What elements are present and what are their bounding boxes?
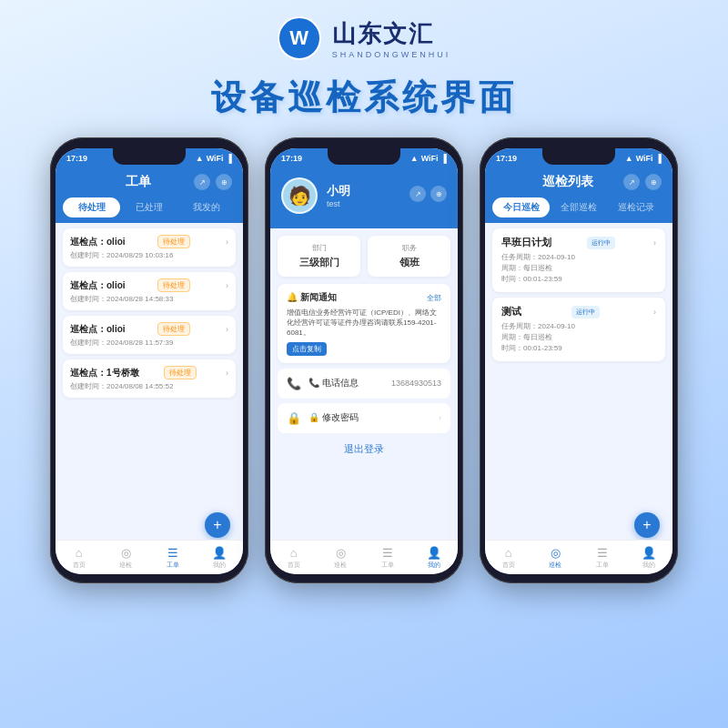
tab-processed[interactable]: 已处理 [120,197,177,217]
nav-home-3[interactable]: ⌂ 首页 [485,546,532,570]
change-password-item[interactable]: 🔒 🔒 修改密码 › [278,403,450,433]
notif-header: 🔔 新闻通知 全部 [287,291,441,304]
arrow-0: › [226,238,228,247]
patrol-icon-3: ◎ [551,546,561,560]
phone-number: 13684930513 [391,379,441,388]
item-time-2: 创建时间：2024/08/28 11:57:39 [70,338,228,348]
status-time-3: 17:19 [496,154,517,163]
badge-2: 待处理 [157,322,190,336]
nav-home-2[interactable]: ⌂ 首页 [270,546,318,570]
dept-value: 三级部门 [285,256,353,269]
nav-workorder-2[interactable]: ☰ 工单 [364,546,411,570]
send-icon[interactable]: ↗ [194,174,210,190]
item-title-2: 巡检点：olioi [70,323,126,336]
status-time-2: 17:19 [281,154,302,163]
plus-icon-2[interactable]: ⊕ [430,186,447,202]
tab-today[interactable]: 今日巡检 [492,197,550,217]
phone-notch-1 [113,148,186,165]
tab-mine[interactable]: 我发的 [178,197,236,217]
notif-all[interactable]: 全部 [427,293,441,303]
brand-header: W 山东文汇 SHANDONGWENHUI [0,0,728,67]
page-title: 设备巡检系统界面 [0,75,728,121]
tab-all[interactable]: 全部巡检 [550,197,607,217]
workorder-list: 巡检点：olioi 待处理 › 创建时间：2024/08/29 10:03:16… [56,223,243,409]
arrow-1: › [226,281,228,290]
item-time-3: 创建时间：2024/08/08 14:55:52 [70,381,228,391]
nav-mine-1[interactable]: 👤 我的 [197,546,244,570]
workorder-icon-3: ☰ [597,546,608,560]
mine-icon-1: 👤 [212,546,227,560]
phone-workorder: 17:19 ▲ WiFi ▐ 工单 ↗ ⊕ 待处理 已处理 我 [50,137,248,583]
phone-patrol: 17:19 ▲ WiFi ▐ 巡检列表 ↗ ⊕ 今日巡检 全部巡检 [480,137,678,583]
lock-icon: 🔒 [287,411,301,425]
item-time-1: 创建时间：2024/08/28 14:58:33 [70,294,228,304]
patrol-badge-1: 运行中 [571,306,600,318]
patrol-title-1: 测试 [501,305,521,318]
nav-workorder-3[interactable]: ☰ 工单 [579,546,626,570]
phone-icon: 📞 [287,377,301,390]
patrol-arrow-0: › [653,238,656,248]
phone-screen-2: 17:19 ▲ WiFi ▐ 🧑 小明 test ↗ ⊕ [270,148,458,574]
phone-info-item[interactable]: 📞 📞 电话信息 13684930513 [278,369,450,399]
nav-home-1[interactable]: ⌂ 首页 [56,546,103,570]
nav-mine-2[interactable]: 👤 我的 [411,546,459,570]
patrol-arrow-1: › [653,308,656,317]
work-item-3[interactable]: 巡检点：1号桥墩 待处理 › 创建时间：2024/08/08 14:55:52 [63,359,236,398]
phone-screen-3: 17:19 ▲ WiFi ▐ 巡检列表 ↗ ⊕ 今日巡检 全部巡检 [485,148,672,574]
nav-workorder-1[interactable]: ☰ 工单 [149,546,197,570]
patrol-meta-0: 任务周期：2024-09-10 周期：每日巡检 时间：00:01-23:59 [501,252,656,285]
home-icon-3: ⌂ [505,546,512,560]
badge-3: 待处理 [164,366,197,379]
status-icons-2: ▲ WiFi ▐ [410,154,447,163]
nav-patrol-2[interactable]: ◎ 巡检 [318,546,365,570]
work-item-1[interactable]: 巡检点：olioi 待处理 › 创建时间：2024/08/28 14:58:33 [63,272,236,310]
fab-button-1[interactable]: + [205,512,230,538]
arrow-password: › [439,413,441,422]
status-icons-1: ▲ WiFi ▐ [196,154,232,163]
app-header-3: 巡检列表 ↗ ⊕ [485,168,672,197]
patrol-item-1[interactable]: 测试 运行中 › 任务周期：2024-09-10 周期：每日巡检 时间：00:0… [492,298,665,361]
dept-card: 部门 三级部门 [278,236,360,277]
nav-mine-3[interactable]: 👤 我的 [626,546,673,570]
logout-button[interactable]: 退出登录 [270,442,458,456]
user-avatar: 🧑 [281,177,318,214]
patrol-list: 早班日计划 运行中 › 任务周期：2024-09-10 周期：每日巡检 时间：0… [485,223,672,372]
nav-patrol-3[interactable]: ◎ 巡检 [532,546,580,570]
tab-pending[interactable]: 待处理 [63,197,120,217]
badge-0: 待处理 [157,235,190,248]
phones-row: 17:19 ▲ WiFi ▐ 工单 ↗ ⊕ 待处理 已处理 我 [0,137,728,583]
menu-section: 📞 📞 电话信息 13684930513 🔒 🔒 修改密码 › [278,369,450,433]
tab-records[interactable]: 巡检记录 [608,197,665,217]
arrow-3: › [226,369,228,378]
profile-sub: test [327,199,350,208]
work-item-0[interactable]: 巡检点：olioi 待处理 › 创建时间：2024/08/29 10:03:16 [63,228,236,267]
nav-patrol-1[interactable]: ◎ 巡检 [103,546,150,570]
plus-icon[interactable]: ⊕ [216,174,232,190]
home-icon-2: ⌂ [290,546,298,560]
patrol-meta-1: 任务周期：2024-09-10 周期：每日巡检 时间：00:01-23:59 [501,321,656,354]
notif-copy-button[interactable]: 点击复制 [287,342,327,356]
brand-name: 山东文汇 [332,18,451,50]
tabs-1: 待处理 已处理 我发的 [56,197,243,223]
position-card: 职务 领班 [368,236,450,277]
bottom-nav-2: ⌂ 首页 ◎ 巡检 ☰ 工单 👤 我的 [270,540,458,574]
password-label: 🔒 修改密码 [308,411,431,424]
send-icon-3[interactable]: ↗ [623,174,640,190]
profile-name: 小明 [327,183,350,199]
plus-icon-3[interactable]: ⊕ [645,174,662,190]
patrol-icon-1: ◎ [121,546,131,560]
brand-sub: SHANDONGWENHUI [332,50,451,59]
notification-box: 🔔 新闻通知 全部 增值电信业务经营许可证（ICP/EDI）、网络文化经营许可证… [278,284,450,363]
tabs-3: 今日巡检 全部巡检 巡检记录 [485,197,672,223]
workorder-icon-1: ☰ [167,546,178,560]
notif-content: 增值电信业务经营许可证（ICP/EDI）、网络文化经营许可证等证件办理咨询请联系… [287,308,441,339]
send-icon-2[interactable]: ↗ [410,186,426,202]
item-title-3: 巡检点：1号桥墩 [70,367,139,379]
fab-button-3[interactable]: + [634,512,660,538]
work-item-2[interactable]: 巡检点：olioi 待处理 › 创建时间：2024/08/28 11:57:39 [63,316,236,354]
patrol-item-0[interactable]: 早班日计划 运行中 › 任务周期：2024-09-10 周期：每日巡检 时间：0… [492,228,665,292]
profile-cards: 部门 三级部门 职务 领班 [278,236,450,277]
mine-icon-3: 👤 [642,546,656,560]
bottom-nav-1: ⌂ 首页 ◎ 巡检 ☰ 工单 👤 我的 [56,540,243,574]
header-icons-1: ↗ ⊕ [194,174,232,190]
